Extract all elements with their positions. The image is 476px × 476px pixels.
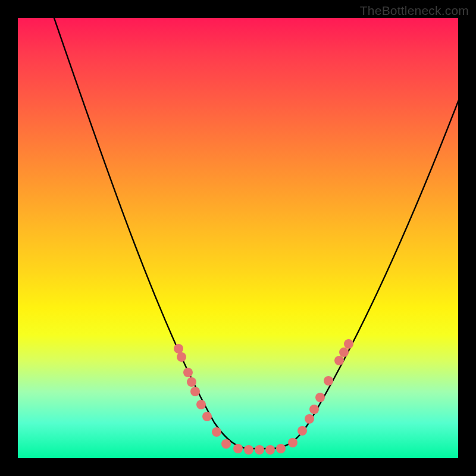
marker-point bbox=[196, 400, 206, 409]
marker-point bbox=[244, 445, 253, 455]
marker-point bbox=[288, 438, 298, 447]
marker-point bbox=[344, 339, 353, 349]
marker-point bbox=[255, 445, 264, 455]
chart-svg bbox=[18, 18, 458, 458]
marker-point bbox=[334, 356, 344, 365]
marker-point bbox=[309, 405, 319, 414]
marker-point bbox=[315, 393, 325, 402]
marker-point bbox=[276, 444, 286, 453]
marker-point bbox=[339, 347, 349, 357]
watermark-text: TheBottleneck.com bbox=[360, 4, 469, 18]
bottleneck-curve bbox=[50, 18, 458, 449]
marker-point bbox=[233, 444, 243, 453]
marker-point bbox=[305, 414, 314, 424]
marker-point bbox=[174, 344, 183, 353]
marker-point bbox=[298, 426, 307, 436]
marker-point bbox=[324, 376, 333, 386]
marker-point bbox=[221, 439, 231, 449]
marker-point bbox=[202, 412, 212, 421]
marker-point bbox=[190, 387, 200, 396]
marker-point bbox=[187, 377, 196, 387]
marker-point bbox=[177, 352, 186, 362]
marker-point bbox=[212, 427, 221, 437]
plot-area bbox=[18, 18, 458, 458]
marker-point bbox=[183, 368, 193, 377]
marker-point bbox=[265, 445, 275, 455]
